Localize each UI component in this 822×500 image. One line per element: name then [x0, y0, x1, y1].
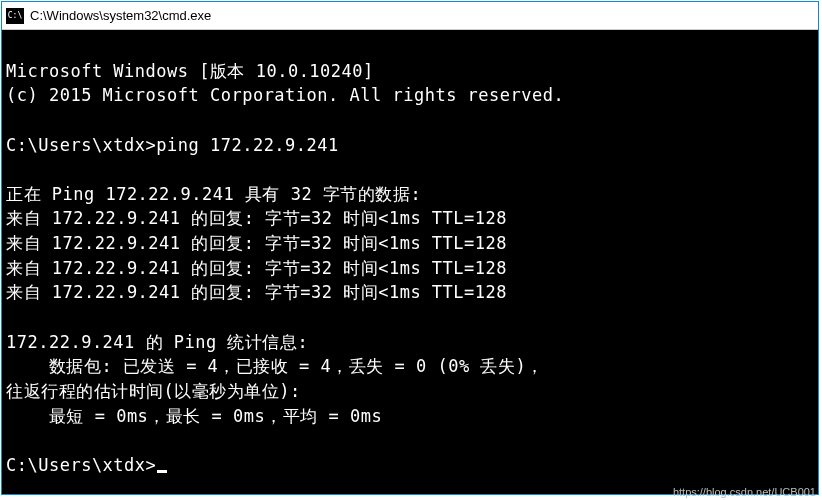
cmd-icon: C:\ [6, 8, 24, 24]
input-cursor [157, 470, 167, 473]
command-prompt-ping: C:\Users\xtdx>ping 172.22.9.241 [6, 135, 339, 155]
ping-reply-line: 来自 172.22.9.241 的回复: 字节=32 时间<1ms TTL=12… [6, 208, 507, 228]
command-prompt-idle[interactable]: C:\Users\xtdx> [6, 455, 167, 475]
prompt-text: C:\Users\xtdx> [6, 455, 156, 475]
ping-start-line: 正在 Ping 172.22.9.241 具有 32 字节的数据: [6, 184, 421, 204]
ping-reply-line: 来自 172.22.9.241 的回复: 字节=32 时间<1ms TTL=12… [6, 233, 507, 253]
ping-stats-packets: 数据包: 已发送 = 4，已接收 = 4，丢失 = 0 (0% 丢失)， [6, 356, 544, 376]
rtt-values: 最短 = 0ms，最长 = 0ms，平均 = 0ms [6, 406, 382, 426]
rtt-header: 往返行程的估计时间(以毫秒为单位): [6, 381, 301, 401]
copyright-line: (c) 2015 Microsoft Corporation. All righ… [6, 85, 564, 105]
watermark: https://blog.csdn.net/UCB001 [673, 486, 816, 498]
ping-reply-line: 来自 172.22.9.241 的回复: 字节=32 时间<1ms TTL=12… [6, 282, 507, 302]
ping-stats-header: 172.22.9.241 的 Ping 统计信息: [6, 332, 308, 352]
cmd-window: C:\ C:\Windows\system32\cmd.exe Microsof… [1, 1, 819, 495]
titlebar[interactable]: C:\ C:\Windows\system32\cmd.exe [2, 2, 818, 30]
terminal-output[interactable]: Microsoft Windows [版本 10.0.10240] (c) 20… [2, 30, 818, 494]
ping-reply-line: 来自 172.22.9.241 的回复: 字节=32 时间<1ms TTL=12… [6, 258, 507, 278]
window-title: C:\Windows\system32\cmd.exe [30, 8, 211, 23]
os-version-line: Microsoft Windows [版本 10.0.10240] [6, 61, 374, 81]
